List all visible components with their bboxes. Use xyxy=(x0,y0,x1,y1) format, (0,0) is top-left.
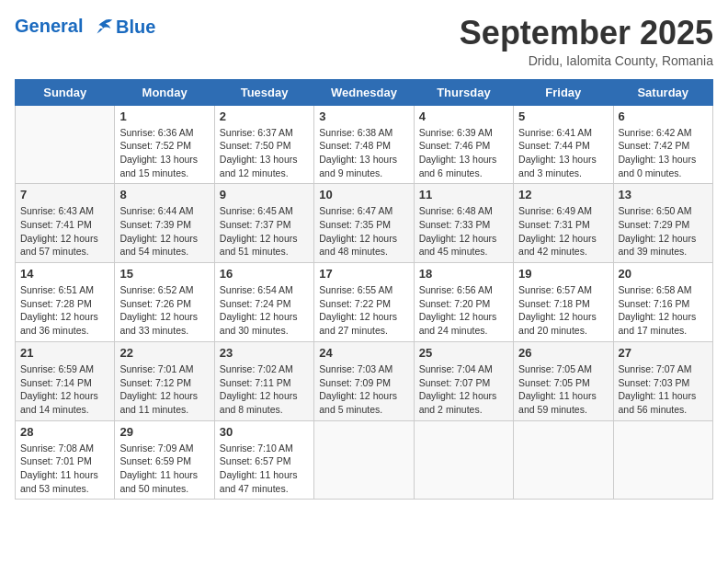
day-number: 24 xyxy=(319,346,408,360)
weekday-header-monday: Monday xyxy=(115,79,214,105)
logo-bird-icon xyxy=(90,15,116,40)
logo-blue: Blue xyxy=(116,17,155,37)
month-title: September 2025 xyxy=(460,15,713,52)
calendar-cell: 27Sunrise: 7:07 AM Sunset: 7:03 PM Dayli… xyxy=(613,341,712,420)
location-subtitle: Dridu, Ialomita County, Romania xyxy=(460,53,713,68)
calendar-cell: 11Sunrise: 6:48 AM Sunset: 7:33 PM Dayli… xyxy=(414,184,513,263)
calendar-week-row: 1Sunrise: 6:36 AM Sunset: 7:52 PM Daylig… xyxy=(16,105,713,184)
calendar-cell: 26Sunrise: 7:05 AM Sunset: 7:05 PM Dayli… xyxy=(514,341,613,420)
calendar-cell: 3Sunrise: 6:38 AM Sunset: 7:48 PM Daylig… xyxy=(314,105,414,184)
day-info: Sunrise: 6:50 AM Sunset: 7:29 PM Dayligh… xyxy=(619,204,708,259)
title-block: September 2025 Dridu, Ialomita County, R… xyxy=(460,15,713,68)
day-number: 21 xyxy=(20,346,109,360)
day-number: 30 xyxy=(220,425,309,439)
day-number: 2 xyxy=(220,109,309,123)
day-info: Sunrise: 6:36 AM Sunset: 7:52 PM Dayligh… xyxy=(119,126,209,180)
calendar-cell: 17Sunrise: 6:55 AM Sunset: 7:22 PM Dayli… xyxy=(314,263,414,342)
day-number: 17 xyxy=(319,267,408,281)
calendar-cell xyxy=(414,420,513,500)
day-info: Sunrise: 6:43 AM Sunset: 7:41 PM Dayligh… xyxy=(20,204,109,259)
calendar-cell: 28Sunrise: 7:08 AM Sunset: 7:01 PM Dayli… xyxy=(16,420,115,500)
calendar-cell: 29Sunrise: 7:09 AM Sunset: 6:59 PM Dayli… xyxy=(115,420,214,500)
calendar-week-row: 21Sunrise: 6:59 AM Sunset: 7:14 PM Dayli… xyxy=(16,341,713,420)
day-info: Sunrise: 6:55 AM Sunset: 7:22 PM Dayligh… xyxy=(319,283,408,338)
day-number: 18 xyxy=(419,267,508,281)
day-info: Sunrise: 6:54 AM Sunset: 7:24 PM Dayligh… xyxy=(220,283,309,338)
calendar-cell: 18Sunrise: 6:56 AM Sunset: 7:20 PM Dayli… xyxy=(414,263,513,342)
calendar-cell: 19Sunrise: 6:57 AM Sunset: 7:18 PM Dayli… xyxy=(514,263,613,342)
day-number: 19 xyxy=(518,267,608,281)
day-info: Sunrise: 7:01 AM Sunset: 7:12 PM Dayligh… xyxy=(119,362,209,417)
weekday-header-saturday: Saturday xyxy=(613,79,712,105)
calendar-cell: 13Sunrise: 6:50 AM Sunset: 7:29 PM Dayli… xyxy=(613,184,712,263)
calendar-cell: 8Sunrise: 6:44 AM Sunset: 7:39 PM Daylig… xyxy=(115,184,214,263)
calendar-week-row: 28Sunrise: 7:08 AM Sunset: 7:01 PM Dayli… xyxy=(16,420,713,500)
day-number: 27 xyxy=(619,346,708,360)
calendar-week-row: 14Sunrise: 6:51 AM Sunset: 7:28 PM Dayli… xyxy=(16,263,713,342)
calendar-cell: 16Sunrise: 6:54 AM Sunset: 7:24 PM Dayli… xyxy=(214,263,313,342)
day-info: Sunrise: 6:57 AM Sunset: 7:18 PM Dayligh… xyxy=(518,283,608,338)
day-number: 9 xyxy=(220,188,309,201)
day-number: 8 xyxy=(119,188,209,201)
day-number: 28 xyxy=(20,425,109,439)
calendar-cell: 7Sunrise: 6:43 AM Sunset: 7:41 PM Daylig… xyxy=(16,184,115,263)
calendar-cell: 20Sunrise: 6:58 AM Sunset: 7:16 PM Dayli… xyxy=(613,263,712,342)
day-number: 12 xyxy=(518,188,608,201)
calendar-cell: 14Sunrise: 6:51 AM Sunset: 7:28 PM Dayli… xyxy=(16,263,115,342)
day-number: 5 xyxy=(518,109,608,123)
day-info: Sunrise: 6:52 AM Sunset: 7:26 PM Dayligh… xyxy=(119,283,209,338)
calendar-table: SundayMondayTuesdayWednesdayThursdayFrid… xyxy=(15,79,713,500)
day-info: Sunrise: 6:38 AM Sunset: 7:48 PM Dayligh… xyxy=(319,126,408,180)
day-info: Sunrise: 7:05 AM Sunset: 7:05 PM Dayligh… xyxy=(518,362,608,417)
day-number: 13 xyxy=(619,188,708,201)
day-number: 15 xyxy=(119,267,209,281)
day-info: Sunrise: 6:56 AM Sunset: 7:20 PM Dayligh… xyxy=(419,283,508,338)
day-number: 10 xyxy=(319,188,408,201)
day-info: Sunrise: 6:49 AM Sunset: 7:31 PM Dayligh… xyxy=(518,204,608,259)
day-info: Sunrise: 6:48 AM Sunset: 7:33 PM Dayligh… xyxy=(419,204,508,259)
day-info: Sunrise: 6:42 AM Sunset: 7:42 PM Dayligh… xyxy=(619,126,708,180)
day-info: Sunrise: 6:59 AM Sunset: 7:14 PM Dayligh… xyxy=(20,362,109,417)
calendar-cell: 2Sunrise: 6:37 AM Sunset: 7:50 PM Daylig… xyxy=(214,105,313,184)
day-number: 6 xyxy=(619,109,708,123)
day-number: 22 xyxy=(119,346,209,360)
day-number: 20 xyxy=(619,267,708,281)
day-number: 16 xyxy=(220,267,309,281)
day-number: 29 xyxy=(119,425,209,439)
calendar-cell xyxy=(613,420,712,500)
day-info: Sunrise: 7:08 AM Sunset: 7:01 PM Dayligh… xyxy=(20,442,109,496)
day-info: Sunrise: 7:04 AM Sunset: 7:07 PM Dayligh… xyxy=(419,362,508,417)
weekday-header-thursday: Thursday xyxy=(414,79,513,105)
day-info: Sunrise: 6:51 AM Sunset: 7:28 PM Dayligh… xyxy=(20,283,109,338)
calendar-cell: 23Sunrise: 7:02 AM Sunset: 7:11 PM Dayli… xyxy=(214,341,313,420)
calendar-cell: 15Sunrise: 6:52 AM Sunset: 7:26 PM Dayli… xyxy=(115,263,214,342)
calendar-cell: 21Sunrise: 6:59 AM Sunset: 7:14 PM Dayli… xyxy=(16,341,115,420)
weekday-header-friday: Friday xyxy=(514,79,613,105)
calendar-cell: 9Sunrise: 6:45 AM Sunset: 7:37 PM Daylig… xyxy=(214,184,313,263)
calendar-cell: 5Sunrise: 6:41 AM Sunset: 7:44 PM Daylig… xyxy=(514,105,613,184)
day-number: 23 xyxy=(220,346,309,360)
weekday-header-tuesday: Tuesday xyxy=(214,79,313,105)
calendar-body: 1Sunrise: 6:36 AM Sunset: 7:52 PM Daylig… xyxy=(16,105,713,500)
calendar-header-row: SundayMondayTuesdayWednesdayThursdayFrid… xyxy=(16,79,713,105)
day-number: 11 xyxy=(419,188,508,201)
day-info: Sunrise: 7:07 AM Sunset: 7:03 PM Dayligh… xyxy=(619,362,708,417)
calendar-cell: 22Sunrise: 7:01 AM Sunset: 7:12 PM Dayli… xyxy=(115,341,214,420)
weekday-header-sunday: Sunday xyxy=(16,79,115,105)
day-number: 3 xyxy=(319,109,408,123)
weekday-header-wednesday: Wednesday xyxy=(314,79,414,105)
day-info: Sunrise: 7:09 AM Sunset: 6:59 PM Dayligh… xyxy=(119,442,209,496)
calendar-cell: 1Sunrise: 6:36 AM Sunset: 7:52 PM Daylig… xyxy=(115,105,214,184)
calendar-cell: 10Sunrise: 6:47 AM Sunset: 7:35 PM Dayli… xyxy=(314,184,414,263)
day-info: Sunrise: 6:41 AM Sunset: 7:44 PM Dayligh… xyxy=(518,126,608,180)
calendar-cell: 6Sunrise: 6:42 AM Sunset: 7:42 PM Daylig… xyxy=(613,105,712,184)
day-info: Sunrise: 6:58 AM Sunset: 7:16 PM Dayligh… xyxy=(619,283,708,338)
calendar-cell: 24Sunrise: 7:03 AM Sunset: 7:09 PM Dayli… xyxy=(314,341,414,420)
calendar-cell xyxy=(16,105,115,184)
day-info: Sunrise: 7:03 AM Sunset: 7:09 PM Dayligh… xyxy=(319,362,408,417)
day-number: 7 xyxy=(20,188,109,201)
logo: General Blue xyxy=(15,15,155,40)
calendar-cell xyxy=(314,420,414,500)
calendar-cell xyxy=(514,420,613,500)
day-info: Sunrise: 6:37 AM Sunset: 7:50 PM Dayligh… xyxy=(220,126,309,180)
